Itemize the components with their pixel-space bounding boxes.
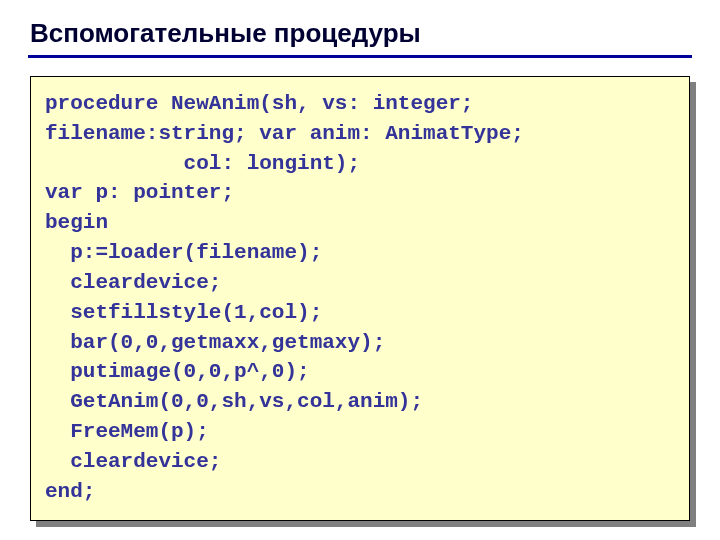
code-block: procedure NewAnim(sh, vs: integer; filen… [30, 76, 690, 521]
slide-title: Вспомогательные процедуры [30, 18, 692, 49]
slide: Вспомогательные процедуры procedure NewA… [0, 0, 720, 540]
title-rule [28, 55, 692, 58]
code-block-container: procedure NewAnim(sh, vs: integer; filen… [30, 76, 690, 521]
